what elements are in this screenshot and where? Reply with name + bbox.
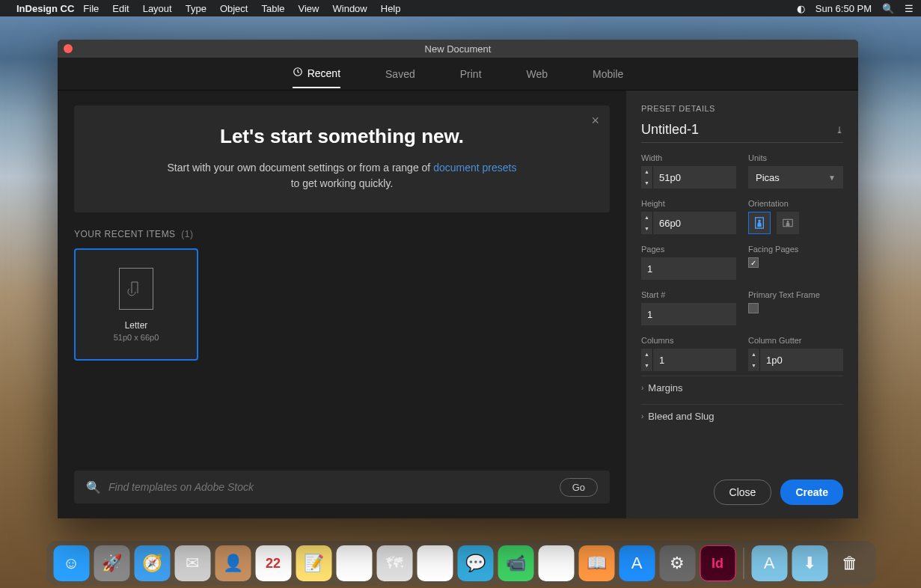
menu-list-icon[interactable]: ☰ xyxy=(905,3,914,14)
menu-file[interactable]: File xyxy=(83,3,99,14)
welcome-text: Start with your own document settings or… xyxy=(104,160,580,192)
gutter-field: Column Gutter ▲▼ xyxy=(748,336,843,371)
width-input[interactable] xyxy=(653,166,736,189)
pages-field: Pages xyxy=(641,245,736,280)
dock-divider xyxy=(743,548,744,579)
menu-help[interactable]: Help xyxy=(381,3,401,14)
dock-calendar[interactable]: 22 xyxy=(255,545,291,581)
dock-indesign[interactable]: Id xyxy=(700,545,735,581)
dock-itunes[interactable]: ♪ xyxy=(538,545,574,581)
facing-pages-field: Facing Pages xyxy=(748,245,843,280)
svg-point-2 xyxy=(758,220,761,223)
close-banner-icon[interactable]: × xyxy=(591,113,599,129)
dock-facetime[interactable]: 📹 xyxy=(498,545,533,581)
gutter-stepper[interactable]: ▲▼ xyxy=(748,349,843,371)
dock-finder[interactable]: ☺ xyxy=(53,545,89,581)
welcome-heading: Let's start something new. xyxy=(104,125,580,148)
dock-safari[interactable]: 🧭 xyxy=(134,545,170,581)
chevron-right-icon: › xyxy=(641,412,643,420)
dock-reminders[interactable]: ☑ xyxy=(336,545,372,581)
dock-contacts[interactable]: 👤 xyxy=(215,545,251,581)
menu-layout[interactable]: Layout xyxy=(143,3,172,14)
units-select[interactable]: Picas▼ xyxy=(748,166,843,189)
tab-mobile[interactable]: Mobile xyxy=(593,61,623,88)
facing-pages-checkbox[interactable] xyxy=(748,257,759,268)
gutter-input[interactable] xyxy=(760,349,843,371)
spotlight-icon[interactable]: 🔍 xyxy=(882,3,894,14)
dock-maps[interactable]: 🗺 xyxy=(376,545,412,581)
margins-expander[interactable]: › Margins xyxy=(641,376,843,399)
tab-recent[interactable]: Recent xyxy=(293,59,340,88)
bleed-slug-expander[interactable]: › Bleed and Slug xyxy=(641,404,843,428)
tab-saved[interactable]: Saved xyxy=(385,61,415,88)
preset-name-field[interactable]: Untitled-1 xyxy=(641,122,699,138)
height-stepper[interactable]: ▲▼ xyxy=(641,212,736,234)
menu-edit[interactable]: Edit xyxy=(112,3,129,14)
tab-print[interactable]: Print xyxy=(460,61,482,88)
dialog-title: New Document xyxy=(58,43,858,55)
new-document-dialog: New Document Recent Saved Print Web Mobi… xyxy=(58,40,858,518)
height-field: Height ▲▼ xyxy=(641,199,736,234)
primary-text-frame-field: Primary Text Frame xyxy=(748,290,843,325)
dock-notes[interactable]: 📝 xyxy=(296,545,331,581)
close-button[interactable]: Close xyxy=(714,480,772,505)
menu-view[interactable]: View xyxy=(299,3,319,14)
left-panel: × Let's start something new. Start with … xyxy=(58,91,626,518)
columns-stepper[interactable]: ▲▼ xyxy=(641,349,736,371)
adobe-stock-search: 🔍 Go xyxy=(74,471,610,503)
preset-card-name: Letter xyxy=(125,320,148,331)
tab-recent-label: Recent xyxy=(307,67,340,79)
pages-input[interactable] xyxy=(641,257,736,280)
preset-card-dimensions: 51p0 x 66p0 xyxy=(114,333,159,342)
chevron-right-icon: › xyxy=(641,384,643,392)
download-preset-icon[interactable]: ⤓ xyxy=(836,125,843,135)
dock-preferences[interactable]: ⚙ xyxy=(659,545,695,581)
menu-type[interactable]: Type xyxy=(186,3,206,14)
search-go-button[interactable]: Go xyxy=(560,478,598,497)
menubar-clock[interactable]: Sun 6:50 PM xyxy=(816,3,872,14)
orientation-landscape-button[interactable] xyxy=(777,212,799,234)
dock-photos[interactable]: ❀ xyxy=(417,545,453,581)
width-stepper[interactable]: ▲▼ xyxy=(641,166,736,189)
width-up-icon: ▲ xyxy=(641,166,652,177)
columns-field: Columns ▲▼ xyxy=(641,336,736,371)
start-number-input[interactable] xyxy=(641,303,736,325)
recent-count: (1) xyxy=(181,229,193,239)
dock-trash[interactable]: 🗑 xyxy=(832,545,868,581)
menu-object[interactable]: Object xyxy=(220,3,248,14)
dialog-titlebar: New Document xyxy=(58,40,858,58)
dock-messages[interactable]: 💬 xyxy=(457,545,493,581)
dock-downloads-folder[interactable]: ⬇ xyxy=(792,545,827,581)
recent-preset-letter[interactable]: Letter 51p0 x 66p0 xyxy=(74,248,198,361)
height-input[interactable] xyxy=(653,212,736,234)
tab-web[interactable]: Web xyxy=(527,61,548,88)
search-input[interactable] xyxy=(108,481,552,493)
search-icon: 🔍 xyxy=(86,480,101,494)
document-presets-link[interactable]: document presets xyxy=(433,162,516,174)
welcome-banner: × Let's start something new. Start with … xyxy=(74,105,610,212)
orientation-field: Orientation xyxy=(748,199,843,234)
menu-window[interactable]: Window xyxy=(333,3,367,14)
recent-icon xyxy=(293,67,303,79)
notification-icon[interactable]: ◐ xyxy=(797,3,805,14)
width-field: Width ▲▼ xyxy=(641,153,736,189)
chevron-down-icon: ▼ xyxy=(828,174,836,182)
height-up-icon: ▲ xyxy=(641,212,652,223)
dock-appstore[interactable]: A xyxy=(619,545,655,581)
columns-input[interactable] xyxy=(653,349,736,371)
dock-ibooks[interactable]: 📖 xyxy=(578,545,614,581)
start-number-field: Start # xyxy=(641,290,736,325)
menu-table[interactable]: Table xyxy=(261,3,284,14)
height-down-icon: ▼ xyxy=(641,223,652,234)
dock-launchpad[interactable]: 🚀 xyxy=(94,545,129,581)
primary-text-frame-checkbox[interactable] xyxy=(748,303,759,313)
create-button[interactable]: Create xyxy=(780,480,843,505)
macos-dock: ☺🚀🧭✉👤22📝☑🗺❀💬📹♪📖A⚙IdA⬇🗑 xyxy=(46,541,875,586)
menubar-appname[interactable]: InDesign CC xyxy=(16,3,74,14)
preset-category-tabs: Recent Saved Print Web Mobile xyxy=(58,58,858,91)
dock-mail[interactable]: ✉ xyxy=(174,545,210,581)
width-down-icon: ▼ xyxy=(641,177,652,189)
dock-applications-folder[interactable]: A xyxy=(751,545,787,581)
orientation-portrait-button[interactable] xyxy=(748,212,771,234)
units-field: Units Picas▼ xyxy=(748,153,843,189)
